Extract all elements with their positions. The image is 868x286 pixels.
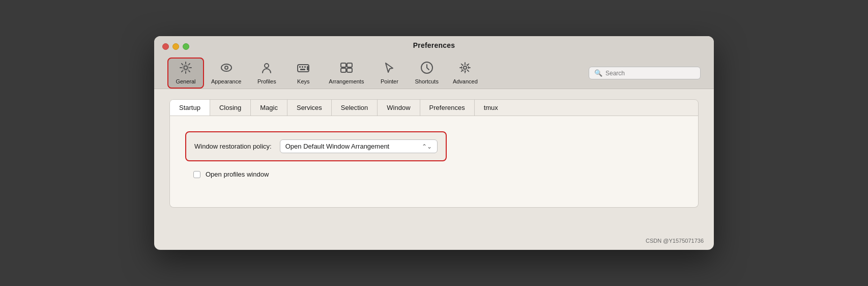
svg-rect-6	[299, 66, 301, 68]
general-label: General	[176, 78, 195, 84]
shortcuts-label: Shortcuts	[415, 78, 438, 84]
content-area: Startup Closing Magic Services Selection…	[154, 89, 714, 223]
svg-rect-10	[307, 66, 308, 70]
toolbar-item-shortcuts[interactable]: Shortcuts	[408, 58, 445, 89]
tab-selection[interactable]: Selection	[332, 100, 378, 116]
appearance-label: Appearance	[211, 78, 241, 84]
tab-services[interactable]: Services	[287, 100, 332, 116]
policy-select[interactable]: Open Default Window Arrangement ⌃⌄	[280, 139, 438, 153]
toolbar-item-arrangements[interactable]: Arrangements	[322, 58, 371, 89]
svg-rect-13	[341, 68, 346, 72]
pointer-label: Pointer	[381, 78, 398, 84]
maximize-button[interactable]	[183, 43, 189, 50]
svg-rect-8	[304, 66, 306, 68]
svg-rect-12	[347, 63, 352, 67]
chevron-updown-icon: ⌃⌄	[422, 143, 432, 150]
arrangements-label: Arrangements	[329, 78, 364, 84]
toolbar-item-profiles[interactable]: Profiles	[248, 58, 285, 89]
general-icon	[179, 61, 193, 77]
toolbar-item-keys[interactable]: Keys	[285, 58, 322, 89]
tab-bar: Startup Closing Magic Services Selection…	[169, 99, 699, 116]
toolbar-item-pointer[interactable]: Pointer	[371, 58, 408, 89]
svg-point-0	[184, 66, 188, 70]
policy-label: Window restoration policy:	[194, 142, 272, 150]
window-title: Preferences	[413, 41, 455, 49]
advanced-label: Advanced	[453, 78, 478, 84]
search-input[interactable]	[605, 70, 687, 77]
svg-point-2	[221, 64, 232, 71]
checkbox-label: Open profiles window	[206, 170, 269, 178]
tab-magic[interactable]: Magic	[251, 100, 287, 116]
toolbar: General Appearance Pro	[162, 54, 706, 89]
svg-point-3	[225, 66, 228, 69]
tab-window[interactable]: Window	[378, 100, 420, 116]
profiles-label: Profiles	[257, 78, 276, 84]
toolbar-item-general[interactable]: General	[167, 58, 204, 89]
checkbox-row: Open profiles window	[185, 170, 683, 178]
profiles-icon	[259, 61, 274, 77]
tab-startup[interactable]: Startup	[170, 100, 210, 116]
watermark: CSDN @Y1575071736	[646, 238, 704, 244]
tab-tmux[interactable]: tmux	[475, 100, 507, 116]
toolbar-item-appearance[interactable]: Appearance	[204, 58, 248, 89]
arrangements-icon	[339, 61, 354, 77]
tab-closing[interactable]: Closing	[210, 100, 251, 116]
tab-preferences[interactable]: Preferences	[420, 100, 475, 116]
settings-panel: Window restoration policy: Open Default …	[169, 116, 699, 208]
title-bar: Preferences General	[154, 36, 714, 89]
policy-row: Window restoration policy: Open Default …	[185, 131, 447, 161]
preferences-window: Preferences General	[154, 36, 714, 250]
svg-point-16	[464, 66, 467, 69]
pointer-icon	[382, 61, 396, 77]
minimize-button[interactable]	[172, 43, 179, 50]
keys-icon	[296, 61, 310, 77]
policy-select-value: Open Default Window Arrangement	[285, 142, 390, 150]
search-box[interactable]: 🔍	[589, 67, 701, 79]
toolbar-item-advanced[interactable]: Advanced	[446, 58, 485, 89]
search-icon: 🔍	[594, 69, 602, 77]
traffic-lights	[162, 43, 189, 50]
close-button[interactable]	[162, 43, 169, 50]
svg-point-4	[265, 64, 269, 68]
svg-rect-11	[341, 63, 346, 67]
svg-rect-9	[300, 69, 305, 70]
profiles-window-checkbox[interactable]	[193, 171, 200, 178]
appearance-icon	[219, 61, 234, 77]
keys-label: Keys	[297, 78, 309, 84]
svg-rect-14	[347, 68, 352, 72]
svg-rect-7	[302, 66, 303, 68]
shortcuts-icon	[420, 61, 434, 77]
advanced-icon	[458, 61, 472, 77]
